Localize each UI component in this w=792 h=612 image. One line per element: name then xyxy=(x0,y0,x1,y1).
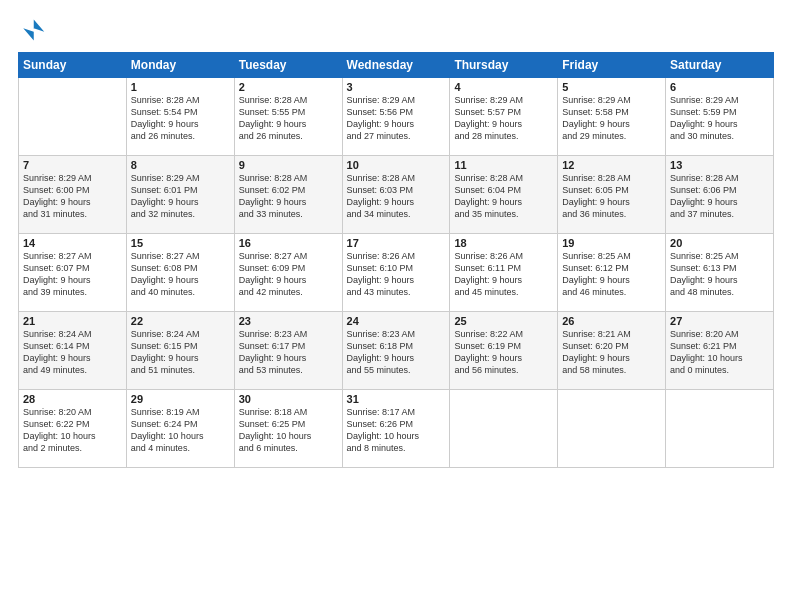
logo xyxy=(18,16,48,44)
day-number: 24 xyxy=(347,315,446,327)
day-info: Sunrise: 8:20 AMSunset: 6:22 PMDaylight:… xyxy=(23,406,122,455)
calendar-cell: 10Sunrise: 8:28 AMSunset: 6:03 PMDayligh… xyxy=(342,156,450,234)
svg-marker-0 xyxy=(23,20,44,41)
calendar-cell: 3Sunrise: 8:29 AMSunset: 5:56 PMDaylight… xyxy=(342,78,450,156)
header xyxy=(18,16,774,44)
day-number: 15 xyxy=(131,237,230,249)
calendar-cell xyxy=(450,390,558,468)
day-number: 21 xyxy=(23,315,122,327)
day-info: Sunrise: 8:28 AMSunset: 6:02 PMDaylight:… xyxy=(239,172,338,221)
weekday-header-tuesday: Tuesday xyxy=(234,53,342,78)
day-number: 11 xyxy=(454,159,553,171)
day-info: Sunrise: 8:28 AMSunset: 5:55 PMDaylight:… xyxy=(239,94,338,143)
day-info: Sunrise: 8:28 AMSunset: 5:54 PMDaylight:… xyxy=(131,94,230,143)
day-info: Sunrise: 8:23 AMSunset: 6:18 PMDaylight:… xyxy=(347,328,446,377)
day-number: 16 xyxy=(239,237,338,249)
day-number: 22 xyxy=(131,315,230,327)
logo-icon xyxy=(18,16,46,44)
day-info: Sunrise: 8:28 AMSunset: 6:04 PMDaylight:… xyxy=(454,172,553,221)
day-number: 1 xyxy=(131,81,230,93)
day-number: 6 xyxy=(670,81,769,93)
day-info: Sunrise: 8:20 AMSunset: 6:21 PMDaylight:… xyxy=(670,328,769,377)
weekday-header-sunday: Sunday xyxy=(19,53,127,78)
calendar-cell: 27Sunrise: 8:20 AMSunset: 6:21 PMDayligh… xyxy=(666,312,774,390)
day-info: Sunrise: 8:18 AMSunset: 6:25 PMDaylight:… xyxy=(239,406,338,455)
weekday-header-thursday: Thursday xyxy=(450,53,558,78)
calendar-cell: 25Sunrise: 8:22 AMSunset: 6:19 PMDayligh… xyxy=(450,312,558,390)
day-info: Sunrise: 8:25 AMSunset: 6:12 PMDaylight:… xyxy=(562,250,661,299)
day-info: Sunrise: 8:27 AMSunset: 6:07 PMDaylight:… xyxy=(23,250,122,299)
day-info: Sunrise: 8:24 AMSunset: 6:15 PMDaylight:… xyxy=(131,328,230,377)
day-number: 5 xyxy=(562,81,661,93)
calendar-cell: 22Sunrise: 8:24 AMSunset: 6:15 PMDayligh… xyxy=(126,312,234,390)
day-info: Sunrise: 8:28 AMSunset: 6:03 PMDaylight:… xyxy=(347,172,446,221)
day-info: Sunrise: 8:25 AMSunset: 6:13 PMDaylight:… xyxy=(670,250,769,299)
calendar-cell: 31Sunrise: 8:17 AMSunset: 6:26 PMDayligh… xyxy=(342,390,450,468)
weekday-header-row: SundayMondayTuesdayWednesdayThursdayFrid… xyxy=(19,53,774,78)
day-number: 3 xyxy=(347,81,446,93)
day-number: 26 xyxy=(562,315,661,327)
calendar-cell: 12Sunrise: 8:28 AMSunset: 6:05 PMDayligh… xyxy=(558,156,666,234)
day-number: 28 xyxy=(23,393,122,405)
day-info: Sunrise: 8:24 AMSunset: 6:14 PMDaylight:… xyxy=(23,328,122,377)
calendar-week-row: 28Sunrise: 8:20 AMSunset: 6:22 PMDayligh… xyxy=(19,390,774,468)
calendar-cell: 23Sunrise: 8:23 AMSunset: 6:17 PMDayligh… xyxy=(234,312,342,390)
day-info: Sunrise: 8:26 AMSunset: 6:10 PMDaylight:… xyxy=(347,250,446,299)
calendar-week-row: 14Sunrise: 8:27 AMSunset: 6:07 PMDayligh… xyxy=(19,234,774,312)
calendar-cell: 2Sunrise: 8:28 AMSunset: 5:55 PMDaylight… xyxy=(234,78,342,156)
calendar-cell: 21Sunrise: 8:24 AMSunset: 6:14 PMDayligh… xyxy=(19,312,127,390)
day-number: 7 xyxy=(23,159,122,171)
day-number: 23 xyxy=(239,315,338,327)
day-number: 12 xyxy=(562,159,661,171)
day-info: Sunrise: 8:29 AMSunset: 5:59 PMDaylight:… xyxy=(670,94,769,143)
calendar-cell: 19Sunrise: 8:25 AMSunset: 6:12 PMDayligh… xyxy=(558,234,666,312)
calendar-cell: 18Sunrise: 8:26 AMSunset: 6:11 PMDayligh… xyxy=(450,234,558,312)
calendar-cell: 8Sunrise: 8:29 AMSunset: 6:01 PMDaylight… xyxy=(126,156,234,234)
day-info: Sunrise: 8:27 AMSunset: 6:08 PMDaylight:… xyxy=(131,250,230,299)
day-info: Sunrise: 8:29 AMSunset: 6:01 PMDaylight:… xyxy=(131,172,230,221)
day-info: Sunrise: 8:17 AMSunset: 6:26 PMDaylight:… xyxy=(347,406,446,455)
calendar-cell xyxy=(19,78,127,156)
day-info: Sunrise: 8:19 AMSunset: 6:24 PMDaylight:… xyxy=(131,406,230,455)
day-number: 4 xyxy=(454,81,553,93)
day-info: Sunrise: 8:29 AMSunset: 5:56 PMDaylight:… xyxy=(347,94,446,143)
day-number: 10 xyxy=(347,159,446,171)
calendar-week-row: 21Sunrise: 8:24 AMSunset: 6:14 PMDayligh… xyxy=(19,312,774,390)
calendar-cell: 1Sunrise: 8:28 AMSunset: 5:54 PMDaylight… xyxy=(126,78,234,156)
calendar-cell: 4Sunrise: 8:29 AMSunset: 5:57 PMDaylight… xyxy=(450,78,558,156)
day-info: Sunrise: 8:29 AMSunset: 5:57 PMDaylight:… xyxy=(454,94,553,143)
day-number: 2 xyxy=(239,81,338,93)
day-info: Sunrise: 8:28 AMSunset: 6:06 PMDaylight:… xyxy=(670,172,769,221)
weekday-header-saturday: Saturday xyxy=(666,53,774,78)
calendar-cell: 13Sunrise: 8:28 AMSunset: 6:06 PMDayligh… xyxy=(666,156,774,234)
day-number: 18 xyxy=(454,237,553,249)
day-info: Sunrise: 8:23 AMSunset: 6:17 PMDaylight:… xyxy=(239,328,338,377)
weekday-header-friday: Friday xyxy=(558,53,666,78)
calendar-cell: 17Sunrise: 8:26 AMSunset: 6:10 PMDayligh… xyxy=(342,234,450,312)
calendar-cell: 29Sunrise: 8:19 AMSunset: 6:24 PMDayligh… xyxy=(126,390,234,468)
day-number: 20 xyxy=(670,237,769,249)
calendar-cell: 20Sunrise: 8:25 AMSunset: 6:13 PMDayligh… xyxy=(666,234,774,312)
weekday-header-monday: Monday xyxy=(126,53,234,78)
calendar-cell xyxy=(666,390,774,468)
day-number: 9 xyxy=(239,159,338,171)
day-number: 8 xyxy=(131,159,230,171)
page: SundayMondayTuesdayWednesdayThursdayFrid… xyxy=(0,0,792,612)
day-number: 29 xyxy=(131,393,230,405)
day-number: 19 xyxy=(562,237,661,249)
day-number: 13 xyxy=(670,159,769,171)
day-info: Sunrise: 8:29 AMSunset: 6:00 PMDaylight:… xyxy=(23,172,122,221)
calendar-cell: 14Sunrise: 8:27 AMSunset: 6:07 PMDayligh… xyxy=(19,234,127,312)
calendar-cell: 15Sunrise: 8:27 AMSunset: 6:08 PMDayligh… xyxy=(126,234,234,312)
day-number: 17 xyxy=(347,237,446,249)
calendar-week-row: 1Sunrise: 8:28 AMSunset: 5:54 PMDaylight… xyxy=(19,78,774,156)
day-number: 25 xyxy=(454,315,553,327)
day-number: 30 xyxy=(239,393,338,405)
day-info: Sunrise: 8:21 AMSunset: 6:20 PMDaylight:… xyxy=(562,328,661,377)
day-number: 27 xyxy=(670,315,769,327)
day-number: 31 xyxy=(347,393,446,405)
day-info: Sunrise: 8:27 AMSunset: 6:09 PMDaylight:… xyxy=(239,250,338,299)
day-info: Sunrise: 8:28 AMSunset: 6:05 PMDaylight:… xyxy=(562,172,661,221)
day-info: Sunrise: 8:26 AMSunset: 6:11 PMDaylight:… xyxy=(454,250,553,299)
day-info: Sunrise: 8:29 AMSunset: 5:58 PMDaylight:… xyxy=(562,94,661,143)
